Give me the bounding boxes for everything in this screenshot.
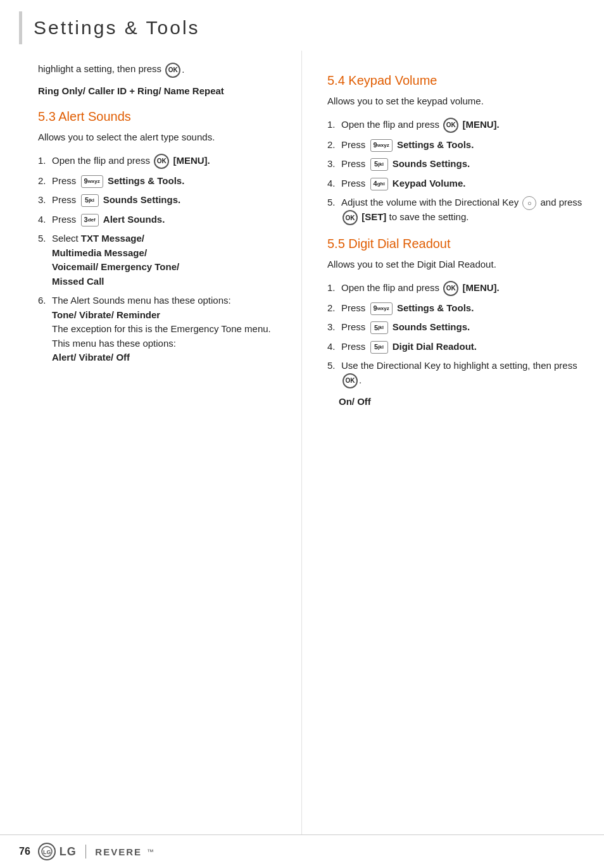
key-badge-9wxyz-2: 9wxyz	[370, 139, 393, 152]
dir-key-icon-5-4: ○	[522, 196, 536, 210]
section-5-5-title: 5.5 Digit Dial Readout	[327, 237, 585, 251]
main-content: highlight a setting, then press OK . Rin…	[0, 51, 604, 834]
step-5-4-5: 5. Adjust the volume with the Directiona…	[327, 195, 585, 225]
ok-icon-5-4-1: OK	[443, 118, 458, 133]
key-badge-4ghi-1: 4ghi	[370, 178, 388, 190]
header-bar	[19, 11, 22, 44]
section-5-4-steps: 1. Open the flip and press OK [MENU]. 2.…	[327, 118, 585, 226]
section-5-3-steps: 1. Open the flip and press OK [MENU]. 2.…	[38, 154, 282, 365]
key-badge-5jkl-1: 5jkl	[81, 194, 99, 207]
step-5-5-4: 4. Press 5jkl Digit Dial Readout.	[327, 340, 585, 354]
step-5-5-1: 1. Open the flip and press OK [MENU].	[327, 281, 585, 296]
lg-text: LG	[60, 845, 77, 859]
page-number: 76	[19, 846, 30, 857]
page-wrapper: Settings & Tools highlight a setting, th…	[0, 0, 604, 868]
key-badge-5jkl-2: 5jkl	[370, 158, 388, 171]
ok-icon-5-4-5: OK	[343, 210, 358, 225]
section-5-4-title: 5.4 Keypad Volume	[327, 73, 585, 88]
right-column: 5.4 Keypad Volume Allows you to set the …	[302, 51, 604, 834]
key-badge-5jkl-3: 5jkl	[370, 321, 388, 334]
onoff-label: On/ Off	[339, 396, 585, 407]
step-5-5-3: 3. Press 5jkl Sounds Settings.	[327, 320, 585, 335]
intro-text: highlight a setting, then press OK .	[38, 62, 282, 78]
step-5-4-3: 3. Press 5jkl Sounds Settings.	[327, 157, 585, 171]
step-5-3-1: 1. Open the flip and press OK [MENU].	[38, 154, 282, 169]
step-5-3-6: 6. The Alert Sounds menu has these optio…	[38, 294, 282, 365]
left-column: highlight a setting, then press OK . Rin…	[0, 51, 302, 834]
section-5-5-steps: 1. Open the flip and press OK [MENU]. 2.…	[327, 281, 585, 388]
ok-icon-5-5-5: OK	[343, 373, 358, 388]
key-badge-9wxyz-3: 9wxyz	[370, 302, 393, 315]
footer-divider	[85, 845, 87, 859]
footer-logo: LG LG REVERE ™	[38, 843, 154, 860]
section-5-5-desc: Allows you to set the Digit Dial Readout…	[327, 257, 585, 272]
section-5-3-desc: Allows you to select the alert type soun…	[38, 130, 282, 145]
ok-icon-5-5-1: OK	[443, 281, 458, 296]
lg-circle-icon: LG	[38, 843, 56, 860]
step-5-4-4: 4. Press 4ghi Keypad Volume.	[327, 177, 585, 191]
step-5-3-3: 3. Press 5jkl Sounds Settings.	[38, 193, 282, 208]
step-5-4-1: 1. Open the flip and press OK [MENU].	[327, 118, 585, 133]
step-5-4-2: 2. Press 9wxyz Settings & Tools.	[327, 138, 585, 152]
header: Settings & Tools	[0, 0, 604, 51]
svg-text:LG: LG	[43, 849, 51, 855]
page-title: Settings & Tools	[34, 17, 200, 39]
key-badge-5jkl-4: 5jkl	[370, 341, 388, 354]
section-5-4-desc: Allows you to set the keypad volume.	[327, 94, 585, 109]
lg-logo-icon: LG	[41, 846, 53, 857]
ok-icon-5-3-1: OK	[154, 154, 169, 169]
footer: 76 LG LG REVERE ™	[0, 834, 604, 868]
step-5-5-5: 5. Use the Directional Key to highlight …	[327, 359, 585, 388]
step-5-3-4: 4. Press 3def Alert Sounds.	[38, 213, 282, 227]
ok-icon-intro: OK	[165, 63, 180, 78]
revere-text: REVERE	[95, 846, 142, 857]
step-5-3-2: 2. Press 9wxyz Settings & Tools.	[38, 174, 282, 189]
key-badge-3def-1: 3def	[81, 214, 99, 226]
section-5-3-title: 5.3 Alert Sounds	[38, 109, 282, 124]
trademark-symbol: ™	[147, 848, 154, 855]
key-badge-9wxyz-1: 9wxyz	[81, 175, 103, 188]
step-5-5-2: 2. Press 9wxyz Settings & Tools.	[327, 301, 585, 316]
step-5-3-5: 5. Select TXT Message/Multimedia Message…	[38, 232, 282, 288]
intro-bold-label: Ring Only/ Caller ID + Ring/ Name Repeat	[38, 84, 282, 99]
